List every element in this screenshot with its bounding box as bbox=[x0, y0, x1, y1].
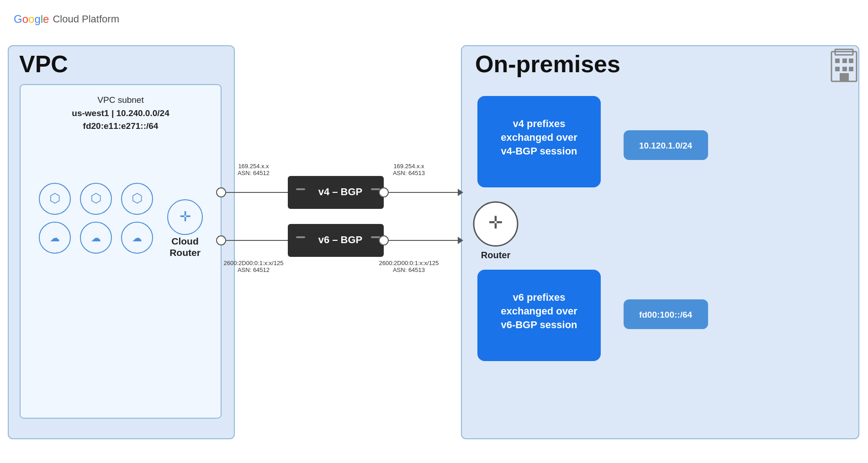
v6-prefix-text: v6 prefixes bbox=[513, 292, 566, 303]
route-text-1: 10.120.1.0/24 bbox=[639, 141, 693, 150]
svg-text:v6-BGP session: v6-BGP session bbox=[501, 319, 577, 330]
v4-prefix-text: v4 prefixes bbox=[513, 118, 566, 129]
svg-rect-31 bbox=[371, 236, 380, 238]
left-v6-ip: 2600:2D00:0:1:x:x/125 bbox=[224, 260, 284, 266]
vpc-subnet-line1: VPC subnet bbox=[97, 95, 144, 105]
svg-rect-29 bbox=[371, 188, 380, 190]
svg-text:exchanged over: exchanged over bbox=[501, 305, 577, 317]
route-text-2: fd00:100::/64 bbox=[639, 310, 693, 319]
svg-point-40 bbox=[217, 188, 226, 197]
svg-rect-16 bbox=[835, 59, 840, 63]
left-v4-ip: 169.254.x.x bbox=[238, 163, 269, 170]
svg-point-41 bbox=[217, 236, 226, 245]
svg-text:exchanged over: exchanged over bbox=[501, 132, 577, 143]
left-v4-asn: ASN: 64512 bbox=[238, 170, 270, 176]
svg-point-42 bbox=[379, 188, 388, 197]
left-v6-asn: ASN: 64512 bbox=[238, 266, 270, 273]
svg-text:⬡: ⬡ bbox=[49, 191, 60, 205]
svg-text:☁: ☁ bbox=[91, 232, 101, 244]
svg-text:✛: ✛ bbox=[180, 209, 191, 224]
diagram-svg: VPC VPC subnet us-west1 | 10.240.0.0/24 … bbox=[0, 0, 868, 463]
svg-text:☁: ☁ bbox=[50, 232, 60, 244]
vpc-subnet-line3: fd20:e11:e271::/64 bbox=[83, 121, 159, 131]
svg-point-43 bbox=[379, 236, 388, 245]
vpc-subnet-line2: us-west1 | 10.240.0.0/24 bbox=[72, 108, 169, 118]
svg-text:☁: ☁ bbox=[132, 232, 142, 244]
right-v6-asn: ASN: 64513 bbox=[393, 266, 425, 273]
svg-rect-28 bbox=[296, 188, 305, 190]
router-label: Router bbox=[481, 250, 511, 260]
svg-rect-18 bbox=[849, 59, 853, 63]
svg-rect-17 bbox=[842, 59, 847, 63]
v6-bgp-label: v6 – BGP bbox=[318, 234, 363, 245]
svg-text:⬡: ⬡ bbox=[90, 191, 101, 205]
right-v4-ip: 169.254.x.x bbox=[393, 163, 424, 170]
svg-rect-22 bbox=[840, 73, 849, 81]
svg-rect-30 bbox=[296, 236, 305, 238]
cloud-router-label2: Router bbox=[169, 247, 201, 258]
cloud-router-label: Cloud bbox=[171, 236, 198, 246]
vpc-title: VPC bbox=[19, 51, 68, 77]
svg-text:⬡: ⬡ bbox=[132, 191, 143, 205]
right-v6-ip: 2600:2D00:0:1:x:x/125 bbox=[379, 260, 439, 266]
svg-rect-19 bbox=[835, 67, 840, 71]
v4-bgp-label: v4 – BGP bbox=[318, 186, 363, 197]
right-v4-asn: ASN: 64513 bbox=[393, 170, 425, 176]
svg-rect-21 bbox=[849, 67, 853, 71]
svg-rect-20 bbox=[842, 67, 847, 71]
svg-text:✛: ✛ bbox=[488, 213, 503, 232]
svg-text:v4-BGP session: v4-BGP session bbox=[501, 145, 577, 157]
onprem-title: On-premises bbox=[475, 51, 620, 77]
